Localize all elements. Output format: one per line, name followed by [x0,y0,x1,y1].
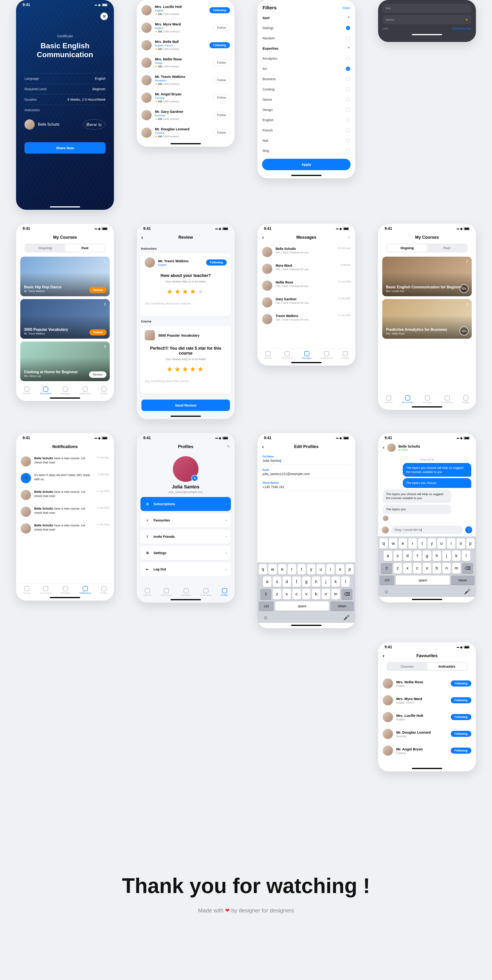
tab-mycourses[interactable]: My Courses [40,387,51,395]
person-row[interactable]: Mrs. Nellie Rose Design ★ 4.6 (1435 revi… [137,54,235,72]
share-icon[interactable]: ⇪ [103,302,106,306]
review-button[interactable]: Review [89,329,106,336]
course-tile[interactable]: ⇪ Basic Hip Hop Dance Mr. Travis Watkins… [20,257,110,296]
chat-input[interactable]: Okay, I would like to [391,526,463,534]
menu-invite-friends[interactable]: ⇪ Invite Friends › [140,530,231,544]
segment-ongoing[interactable]: Ongoing [387,244,427,252]
shift-key[interactable]: ⇧ [260,589,271,600]
emoji-icon[interactable]: ☺ [263,614,268,620]
emoji-icon[interactable]: ☺ [384,589,389,595]
tab-profiles[interactable]: Profiles [462,395,470,404]
person-row[interactable]: Mr. Travis Watkins Annalytics ★ 4.6 (143… [137,72,235,89]
menu-settings[interactable]: ⚙ Settings › [140,546,231,560]
favourite-row[interactable]: Mrs. Nellie RoseEnglish Following [378,675,476,692]
tab-notifications[interactable]: Notifications [200,588,212,596]
key-g[interactable]: g [302,576,311,587]
add-photo-icon[interactable]: + [192,475,198,481]
back-icon[interactable]: ‹ [262,444,264,450]
tab-discover[interactable]: Discover [22,586,31,594]
key-q[interactable]: q [379,538,388,549]
follow-button[interactable]: Follow [213,77,230,83]
key-r[interactable]: r [408,538,416,549]
person-row[interactable]: Mrs. Myra Ward English ★ 4.6 (1435 revie… [137,19,235,37]
notification-row[interactable]: Belle Schultz have a new course. Let che… [16,503,114,520]
key-k[interactable]: k [332,576,340,587]
segment-control[interactable]: Courses Instructors [386,662,468,671]
key-o[interactable]: o [336,564,344,574]
key-j[interactable]: j [442,550,451,561]
key-f[interactable]: f [413,550,421,561]
key-n[interactable]: n [442,563,451,574]
share-button[interactable]: Share Now [24,142,106,154]
key-i[interactable]: i [447,538,455,549]
back-icon[interactable]: ‹ [383,445,384,450]
filter-option[interactable]: Ratings [257,23,355,33]
tab-messages[interactable]: Messages [302,351,311,359]
following-button[interactable]: Following [451,714,471,720]
num-key[interactable]: 123 [379,576,394,585]
key-g[interactable]: g [423,550,431,561]
key-p[interactable]: p [467,538,475,549]
notification-row[interactable]: Belle Schultz have a new course. Let che… [16,487,114,503]
key-f[interactable]: f [292,576,301,587]
segment-past[interactable]: Past [427,244,467,252]
filter-option[interactable]: Sing [257,146,355,156]
follow-button[interactable]: Follow [213,24,230,31]
apply-button[interactable]: Apply [262,159,351,170]
favourite-row[interactable]: Mr. Douglas LeonardBusiness Following [378,725,476,742]
key-t[interactable]: t [418,538,426,549]
following-button[interactable]: Following [206,259,227,266]
favourite-row[interactable]: Mr. Angel BryanCooking Following [378,742,476,759]
segment-control[interactable]: Ongoing Past [386,243,468,253]
back-icon[interactable]: ‹ [262,234,264,240]
follow-button[interactable]: Follow [213,59,230,66]
quiz-option[interactable]: this [383,4,471,13]
segment-control[interactable]: Ongoing Past [24,243,106,253]
tab-discover[interactable]: Discover [143,588,151,596]
search-icon[interactable]: ⌕ [348,235,351,239]
rating-stars[interactable]: ★★★★★ [144,288,227,296]
key-o[interactable]: o [457,538,465,549]
shift-key[interactable]: ⇧ [381,563,392,574]
course-tile[interactable]: ⇪ Predictive Annalytics for Business Mrs… [382,299,472,339]
tab-messages[interactable]: Messages [422,395,432,404]
filter-option[interactable]: Random [257,33,355,43]
tab-mycourses[interactable]: My Courses [402,395,413,404]
favourite-row[interactable]: Mrs. Myra WardEnglish, French Following [378,692,476,709]
key-e[interactable]: e [399,538,407,549]
key-j[interactable]: j [322,576,330,587]
tab-discover[interactable]: Discover [22,387,31,395]
key-z[interactable]: z [273,589,281,600]
segment-past[interactable]: Past [65,244,105,252]
filter-option[interactable]: Cooking [257,84,355,94]
key-s[interactable]: s [394,550,402,561]
submit-test-button[interactable]: Submit the Test [452,27,471,30]
key-v[interactable]: v [423,563,431,574]
filter-option[interactable]: Nail [257,135,355,146]
back-icon[interactable]: ‹ [383,653,384,659]
filter-option[interactable]: Dance [257,94,355,105]
segment-courses[interactable]: Courses [387,663,427,670]
quiz-option[interactable]: where★ [383,15,471,24]
follow-button[interactable]: Follow [213,112,230,118]
review-button[interactable]: Review [89,287,106,293]
key-a[interactable]: a [384,550,392,561]
notification-row[interactable]: Belle Schultz have a new course. Let che… [16,453,114,470]
key-s[interactable]: s [273,576,281,587]
tab-mycourses[interactable]: My Courses [40,586,51,594]
share-icon[interactable]: ⇪ [103,344,106,349]
review-input[interactable]: Say something about your teacher… [144,300,227,312]
segment-instructors[interactable]: Instructors [427,663,467,670]
filter-option[interactable]: Art [257,64,355,74]
key-l[interactable]: l [341,576,350,587]
field-full-name[interactable]: Full Name Julia Santos [257,453,355,466]
key-m[interactable]: m [452,563,460,574]
tab-messages[interactable]: Messages [181,588,191,596]
key-i[interactable]: i [326,564,335,574]
key-k[interactable]: k [452,550,460,561]
mic-icon[interactable]: 🎤 [464,589,470,595]
key-u[interactable]: u [437,538,445,549]
key-v[interactable]: v [302,589,311,600]
mic-icon[interactable]: 🎤 [343,614,350,620]
course-tile[interactable]: ⇪ Basic English Communication for Beginn… [382,257,472,296]
